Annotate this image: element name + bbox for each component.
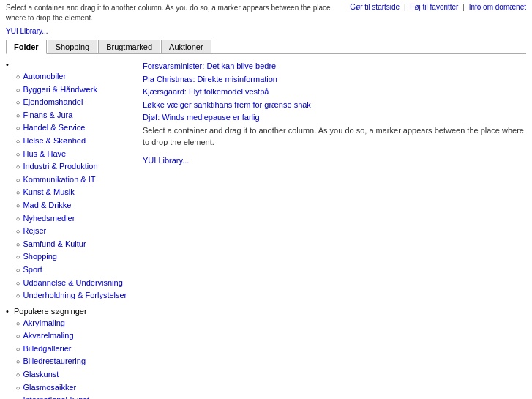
- popular-list-item: Glasmosaikker: [16, 381, 134, 395]
- tab-auktioner[interactable]: Auktioner: [161, 40, 211, 53]
- popular-list-item: AkryImaling: [16, 317, 134, 330]
- popular-link[interactable]: Akvarelmaling: [23, 331, 73, 340]
- yui-link-right: YUI Library...: [143, 154, 526, 168]
- category-list-item: Byggeri & Håndværk: [16, 83, 134, 97]
- separator1: |: [404, 3, 406, 11]
- popular-link[interactable]: Glaskunst: [23, 370, 59, 379]
- popular-link[interactable]: Billedrestaurering: [23, 357, 86, 365]
- home-link[interactable]: Gør til startside: [350, 3, 400, 11]
- category-link[interactable]: Sport: [23, 265, 42, 274]
- tab-brugtmarked[interactable]: Brugtmarked: [98, 40, 160, 53]
- popular-list: AkryImalingAkvarelmalingBilledgallerierB…: [6, 317, 134, 399]
- news-link[interactable]: Djøf: Winds mediepause er farlig: [143, 111, 526, 124]
- category-link[interactable]: Shopping: [23, 252, 57, 261]
- domain-link[interactable]: Info om domænet: [469, 3, 526, 11]
- category-link[interactable]: Industri & Produktion: [23, 162, 97, 171]
- popular-section-item: Populære søgninger AkryImalingAkvarelmal…: [6, 307, 134, 399]
- category-list-item: Mad & Drikke: [16, 199, 134, 212]
- category-link[interactable]: Nyhedsmedier: [23, 214, 75, 223]
- category-link[interactable]: Kommunikation & IT: [23, 175, 95, 184]
- category-section: AutomobilerByggeri & HåndværkEjendomshan…: [6, 60, 134, 399]
- category-link[interactable]: Automobiler: [23, 72, 66, 81]
- tabs-container: Folder Shopping Brugtmarked Auktioner: [0, 40, 532, 54]
- separator2: |: [462, 3, 465, 11]
- popular-list-item: Billedgallerier: [16, 343, 134, 356]
- popular-list-item: International-kunst: [16, 394, 134, 399]
- right-column: Forsvarsminister: Det kan blive bedrePia…: [143, 60, 526, 399]
- category-link[interactable]: Underholdning & Forlystelser: [23, 291, 127, 299]
- category-link[interactable]: Handel & Service: [23, 123, 85, 132]
- drag-text: Select a container and drag it to anothe…: [143, 124, 526, 149]
- tab-bar: Folder Shopping Brugtmarked Auktioner: [6, 40, 526, 54]
- news-list: Forsvarsminister: Det kan blive bedrePia…: [143, 60, 526, 124]
- yui-link-top: YUI Library...: [0, 25, 532, 40]
- yui-library-link-top[interactable]: YUI Library...: [6, 27, 48, 35]
- popular-link[interactable]: Billedgallerier: [23, 344, 71, 353]
- left-column: AutomobilerByggeri & HåndværkEjendomshan…: [6, 60, 134, 399]
- category-list-item: Hus & Have: [16, 148, 134, 161]
- category-list-item: Industri & Produktion: [16, 160, 134, 174]
- category-link[interactable]: Mad & Drikke: [23, 201, 71, 209]
- news-link[interactable]: Pia Christmas: Direkte misinformation: [143, 73, 526, 86]
- category-link[interactable]: Kunst & Musik: [23, 187, 74, 196]
- category-list-item: Handel & Service: [16, 122, 134, 135]
- category-list-item: Automobiler: [16, 70, 134, 83]
- category-link[interactable]: Samfund & Kultur: [23, 239, 86, 248]
- category-list-item: Finans & Jura: [16, 109, 134, 122]
- popular-link[interactable]: Glasmosaikker: [23, 383, 76, 392]
- category-list-item: Ejendomshandel: [16, 96, 134, 109]
- popular-label: Populære søgninger: [14, 307, 87, 316]
- category-link[interactable]: Uddannelse & Undervisning: [23, 278, 122, 287]
- category-list-item: Kommunikation & IT: [16, 174, 134, 187]
- category-list-item: Helse & Skønhed: [16, 135, 134, 148]
- category-link[interactable]: Hus & Have: [23, 149, 66, 158]
- category-list-item: Shopping: [16, 250, 134, 264]
- instruction-text: Select a container and drag it to anothe…: [6, 3, 350, 23]
- category-section-item: AutomobilerByggeri & HåndværkEjendomshan…: [6, 60, 134, 302]
- favorites-link[interactable]: Føj til favoritter: [410, 3, 458, 11]
- news-link[interactable]: Forsvarsminister: Det kan blive bedre: [143, 60, 526, 73]
- category-list: AutomobilerByggeri & HåndværkEjendomshan…: [6, 70, 134, 302]
- news-link[interactable]: Kjærsgaard: Flyt folkemodel vestpå: [143, 86, 526, 99]
- category-list-item: Samfund & Kultur: [16, 238, 134, 251]
- category-list-item: Sport: [16, 264, 134, 277]
- category-link[interactable]: Helse & Skønhed: [23, 136, 86, 145]
- news-link[interactable]: Løkke vælger sanktihans frem for grænse …: [143, 99, 526, 112]
- tab-folder[interactable]: Folder: [6, 40, 47, 54]
- category-link[interactable]: Ejendomshandel: [23, 97, 83, 106]
- popular-link[interactable]: International-kunst: [23, 395, 89, 399]
- top-links: Gør til startside | Føj til favoritter |…: [350, 3, 526, 11]
- popular-list-item: Glaskunst: [16, 368, 134, 381]
- category-list-item: Nyhedsmedier: [16, 212, 134, 225]
- yui-library-link-right[interactable]: YUI Library...: [143, 154, 526, 168]
- tab-shopping[interactable]: Shopping: [48, 40, 98, 53]
- popular-list-item: Akvarelmaling: [16, 329, 134, 343]
- category-list-item: Uddannelse & Undervisning: [16, 277, 134, 290]
- category-link[interactable]: Rejser: [23, 226, 46, 235]
- main-content: AutomobilerByggeri & HåndværkEjendomshan…: [0, 60, 532, 399]
- category-link[interactable]: Finans & Jura: [23, 111, 72, 119]
- category-list-item: Underholdning & Forlystelser: [16, 289, 134, 302]
- popular-link[interactable]: AkryImaling: [23, 318, 64, 327]
- popular-list-item: Billedrestaurering: [16, 355, 134, 368]
- category-link[interactable]: Byggeri & Håndværk: [23, 85, 97, 94]
- category-list-item: Kunst & Musik: [16, 186, 134, 199]
- category-list-item: Rejser: [16, 225, 134, 238]
